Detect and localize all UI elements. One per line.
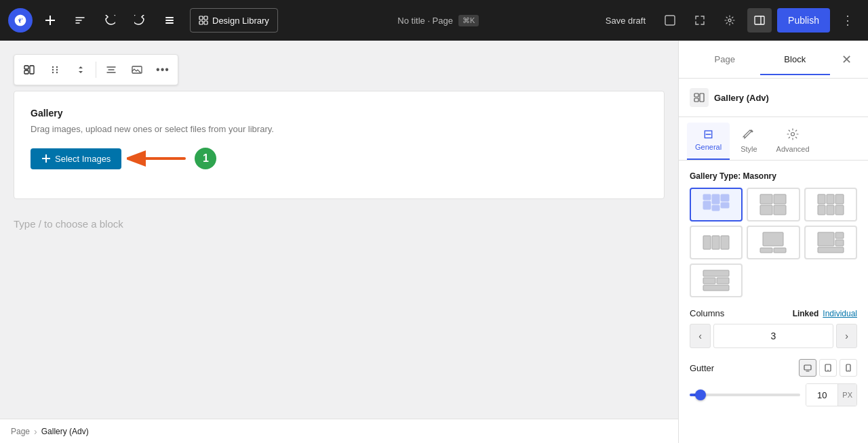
- gallery-type-tile[interactable]: [804, 226, 857, 259]
- svg-rect-49: [835, 240, 844, 246]
- select-images-label: Select Images: [55, 154, 111, 164]
- svg-rect-22: [694, 98, 698, 102]
- sub-tab-general[interactable]: ⊟ General: [687, 123, 730, 160]
- tab-page[interactable]: Page: [690, 43, 760, 75]
- breadcrumb-page[interactable]: Page: [11, 427, 30, 436]
- svg-rect-55: [804, 365, 811, 370]
- design-library-label: Design Library: [212, 16, 269, 26]
- expand-button[interactable]: [688, 8, 712, 33]
- image-view-button[interactable]: [125, 58, 149, 82]
- cmd-k-hint: ⌘K: [458, 15, 479, 26]
- svg-rect-10: [24, 66, 28, 69]
- svg-rect-11: [24, 70, 28, 74]
- block-toolbar: •••: [14, 54, 178, 85]
- page-title: No title · Page: [397, 16, 453, 26]
- undo-button[interactable]: [98, 8, 122, 33]
- toolbar-divider: [96, 62, 96, 78]
- sidebar-toggle-button[interactable]: [747, 8, 772, 33]
- svg-rect-31: [760, 194, 772, 204]
- gutter-label: Gutter: [690, 363, 714, 373]
- breadcrumb-gallery-adv[interactable]: Gallery (Adv): [41, 427, 89, 436]
- svg-rect-7: [665, 16, 675, 25]
- gutter-tablet-button[interactable]: [819, 359, 837, 377]
- svg-point-59: [848, 370, 848, 371]
- add-block-button[interactable]: [38, 8, 62, 33]
- align-button[interactable]: [99, 58, 123, 82]
- redo-button[interactable]: [127, 8, 152, 33]
- svg-rect-37: [835, 194, 844, 204]
- move-up-down-button[interactable]: [68, 58, 93, 82]
- svg-rect-25: [703, 194, 711, 200]
- more-toolbar-button[interactable]: •••: [151, 58, 175, 82]
- svg-rect-30: [712, 205, 719, 211]
- slider-thumb[interactable]: [695, 389, 706, 400]
- design-library-button[interactable]: Design Library: [190, 8, 278, 33]
- columns-label: Columns: [690, 308, 724, 318]
- gallery-type-grid-2[interactable]: [747, 188, 800, 222]
- gallery-block-desc: Drag images, upload new ones or select f…: [31, 124, 648, 134]
- gutter-slider[interactable]: [690, 394, 800, 396]
- more-options-button[interactable]: ⋮: [835, 8, 860, 33]
- svg-rect-35: [818, 194, 825, 204]
- view-button[interactable]: [658, 8, 682, 33]
- sub-tab-style[interactable]: Style: [732, 123, 765, 160]
- block-type-button[interactable]: [17, 58, 41, 82]
- svg-rect-3: [199, 16, 203, 20]
- columns-input[interactable]: [713, 324, 833, 348]
- svg-rect-46: [774, 248, 786, 253]
- svg-rect-34: [774, 205, 786, 215]
- gutter-device-buttons: [799, 359, 857, 377]
- annotation-badge: 1: [195, 148, 216, 169]
- svg-rect-44: [763, 232, 783, 246]
- gutter-unit: PX: [837, 384, 856, 406]
- gallery-type-grid: [690, 188, 857, 297]
- drag-handle-button[interactable]: [43, 58, 67, 82]
- settings-button[interactable]: [717, 8, 742, 33]
- type-hint: Type / to choose a block: [14, 213, 665, 235]
- save-draft-button[interactable]: Save draft: [599, 12, 652, 30]
- svg-rect-45: [760, 248, 772, 253]
- gutter-slider-row: PX: [690, 383, 857, 406]
- svg-rect-42: [712, 236, 719, 249]
- breadcrumb: Page › Gallery (Adv): [0, 419, 678, 443]
- publish-button[interactable]: Publish: [777, 8, 830, 33]
- topbar-right: Save draft Publish ⋮: [599, 8, 860, 33]
- tools-button[interactable]: [68, 8, 92, 33]
- svg-point-17: [52, 72, 54, 73]
- svg-rect-1: [165, 20, 174, 21]
- svg-rect-0: [165, 17, 174, 18]
- sub-tab-general-label: General: [695, 143, 722, 151]
- svg-rect-21: [694, 93, 698, 97]
- breadcrumb-separator: ›: [34, 426, 37, 437]
- close-sidebar-button[interactable]: ✕: [835, 49, 857, 70]
- svg-rect-52: [703, 278, 715, 284]
- sub-tab-advanced[interactable]: Advanced: [768, 123, 818, 160]
- gutter-value-input[interactable]: [806, 384, 837, 406]
- svg-rect-23: [700, 93, 704, 102]
- sidebar-content: Gallery Type: Masonry: [679, 161, 868, 443]
- svg-rect-26: [712, 194, 719, 204]
- gallery-type-grid-3[interactable]: [804, 188, 857, 222]
- sidebar-sub-tabs: ⊟ General Style Advanced: [679, 117, 868, 161]
- svg-point-24: [791, 133, 795, 136]
- gallery-type-single-row[interactable]: [690, 226, 743, 259]
- columns-individual[interactable]: Individual: [823, 309, 857, 318]
- svg-point-8: [728, 19, 731, 22]
- svg-rect-53: [717, 278, 729, 284]
- columns-increment-button[interactable]: ›: [836, 324, 857, 348]
- gallery-type-centered[interactable]: [747, 226, 800, 259]
- svg-rect-51: [703, 270, 729, 276]
- right-sidebar: Page Block ✕ Gallery (Adv) ⊟ General Sty…: [678, 41, 868, 443]
- columns-decrement-button[interactable]: ‹: [690, 324, 711, 348]
- gallery-type-masonry-3[interactable]: [690, 188, 743, 222]
- sidebar-block-title-row: Gallery (Adv): [679, 79, 868, 117]
- svg-rect-41: [703, 236, 711, 249]
- select-images-button[interactable]: Select Images: [31, 148, 121, 169]
- gutter-input-wrap: PX: [806, 383, 857, 406]
- gutter-desktop-button[interactable]: [799, 359, 816, 377]
- gallery-type-stacked[interactable]: [690, 263, 743, 297]
- gutter-mobile-button[interactable]: [840, 359, 857, 377]
- columns-linked[interactable]: Linked: [793, 309, 819, 318]
- list-view-button[interactable]: [157, 8, 182, 33]
- tab-block[interactable]: Block: [760, 43, 831, 75]
